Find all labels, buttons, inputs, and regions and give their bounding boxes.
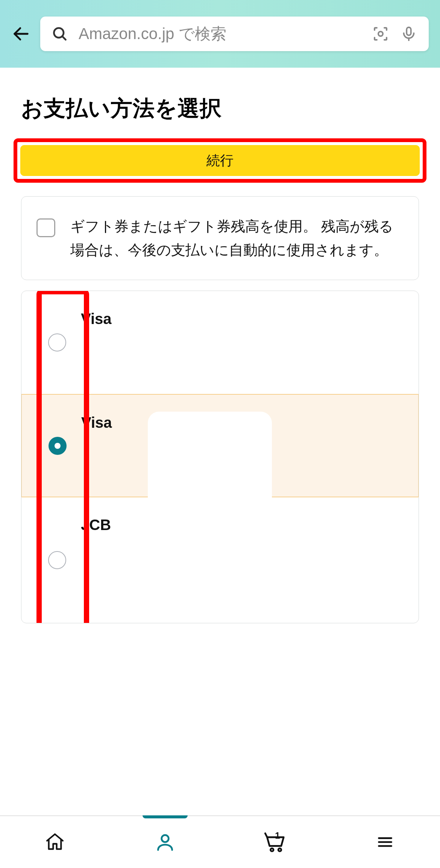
payment-label: Visa bbox=[81, 311, 112, 327]
microphone-icon[interactable] bbox=[400, 25, 417, 42]
gift-card-text: ギフト券またはギフト券残高を使用。 残高が残る場合は、今後の支払いに自動的に使用… bbox=[70, 215, 404, 262]
user-icon bbox=[155, 832, 176, 853]
back-button[interactable] bbox=[11, 24, 31, 44]
payment-method-list: Visa Visa JCB bbox=[21, 291, 419, 623]
search-icon bbox=[52, 26, 68, 42]
arrow-left-icon bbox=[11, 24, 31, 44]
nav-account[interactable] bbox=[110, 816, 220, 868]
payment-section: ギフト券またはギフト券残高を使用。 残高が残る場合は、今後の支払いに自動的に使用… bbox=[14, 196, 426, 623]
svg-point-7 bbox=[271, 848, 274, 851]
page-content: お支払い方法を選択 続行 ギフト券またはギフト券残高を使用。 残高が残る場合は、… bbox=[0, 68, 440, 623]
gift-card-checkbox[interactable] bbox=[36, 218, 55, 237]
payment-option-jcb[interactable]: JCB bbox=[21, 497, 419, 623]
cart-count-badge: 1 bbox=[275, 830, 280, 841]
svg-point-3 bbox=[378, 32, 383, 36]
bottom-navigation: 1 bbox=[0, 815, 440, 868]
search-bar[interactable]: Amazon.co.jp で検索 bbox=[40, 17, 429, 51]
search-placeholder: Amazon.co.jp で検索 bbox=[79, 23, 361, 44]
payment-option-visa-1[interactable]: Visa bbox=[21, 291, 419, 394]
app-header: Amazon.co.jp で検索 bbox=[0, 0, 440, 68]
continue-highlight: 続行 bbox=[14, 138, 426, 183]
svg-point-6 bbox=[161, 835, 168, 842]
nav-cart[interactable]: 1 bbox=[220, 816, 330, 868]
payment-radio-selected[interactable] bbox=[49, 437, 67, 455]
payment-label: Visa bbox=[81, 414, 112, 431]
payment-label: JCB bbox=[81, 517, 111, 533]
page-title: お支払い方法を選択 bbox=[21, 94, 426, 123]
svg-rect-4 bbox=[407, 27, 411, 35]
nav-menu[interactable] bbox=[330, 816, 440, 868]
gift-card-option[interactable]: ギフト券またはギフト券残高を使用。 残高が残る場合は、今後の支払いに自動的に使用… bbox=[21, 196, 419, 280]
payment-radio[interactable] bbox=[48, 551, 66, 569]
svg-point-8 bbox=[278, 848, 281, 851]
continue-button[interactable]: 続行 bbox=[20, 145, 420, 176]
payment-radio[interactable] bbox=[48, 333, 66, 351]
payment-option-visa-2[interactable]: Visa bbox=[21, 394, 419, 497]
hamburger-icon bbox=[376, 833, 394, 851]
camera-scan-icon[interactable] bbox=[372, 25, 390, 43]
home-icon bbox=[44, 832, 65, 853]
svg-line-2 bbox=[62, 36, 65, 39]
nav-home[interactable] bbox=[0, 816, 110, 868]
